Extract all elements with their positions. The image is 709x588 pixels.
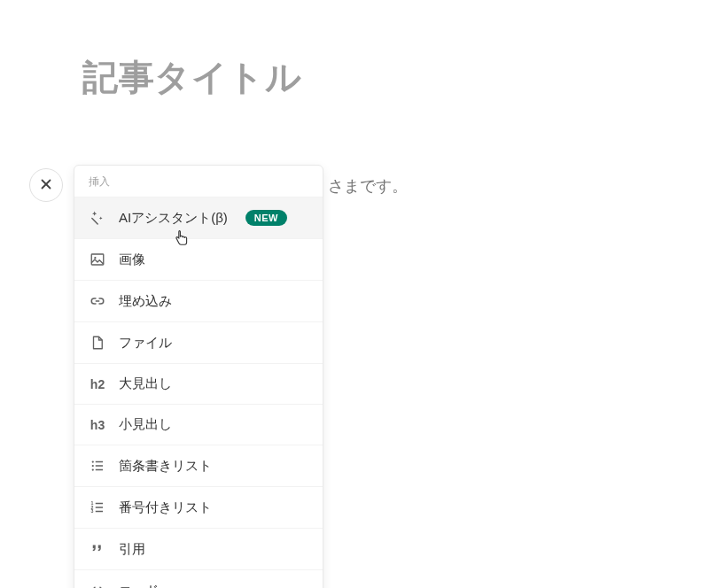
menu-item-label: 引用 <box>119 541 145 558</box>
menu-item-label: コード <box>119 583 159 589</box>
h2-icon: h2 <box>89 377 106 391</box>
svg-rect-6 <box>96 461 103 463</box>
bullet-list-icon <box>89 457 106 475</box>
svg-point-7 <box>92 465 94 467</box>
svg-rect-8 <box>96 465 103 467</box>
svg-rect-16 <box>96 511 103 513</box>
article-title-placeholder[interactable]: 記事タイトル <box>82 53 709 102</box>
menu-item-label: 画像 <box>119 251 145 268</box>
menu-item-image[interactable]: 画像 <box>74 238 323 280</box>
svg-rect-10 <box>96 469 103 471</box>
menu-item-ai-assistant[interactable]: AIアシスタント(β) NEW <box>74 197 323 238</box>
svg-rect-12 <box>96 503 103 505</box>
svg-point-4 <box>94 257 96 259</box>
insert-menu: 挿入 AIアシスタント(β) NEW 画像 <box>74 165 323 588</box>
close-icon <box>38 176 54 195</box>
svg-point-9 <box>92 468 94 470</box>
menu-item-numbered-list[interactable]: 1 2 3 番号付きリスト <box>74 486 323 528</box>
menu-item-bullet-list[interactable]: 箇条書きリスト <box>74 445 323 486</box>
svg-text:3: 3 <box>91 508 94 514</box>
menu-item-heading3[interactable]: h3 小見出し <box>74 404 323 445</box>
menu-item-code[interactable]: コード <box>74 569 323 588</box>
link-icon <box>89 292 106 310</box>
menu-item-quote[interactable]: 引用 <box>74 528 323 569</box>
svg-point-5 <box>92 460 94 462</box>
menu-item-embed[interactable]: 埋め込み <box>74 280 323 321</box>
menu-item-label: 小見出し <box>119 416 172 433</box>
svg-rect-14 <box>96 507 103 508</box>
menu-item-label: ファイル <box>119 335 172 352</box>
svg-rect-2 <box>91 218 98 225</box>
file-icon <box>89 334 106 352</box>
svg-rect-3 <box>91 254 104 265</box>
menu-item-heading2[interactable]: h2 大見出し <box>74 363 323 404</box>
wand-icon <box>89 209 106 227</box>
numbered-list-icon: 1 2 3 <box>89 499 106 516</box>
quote-icon <box>89 540 106 558</box>
image-icon <box>89 251 106 268</box>
close-button[interactable] <box>29 168 63 202</box>
code-icon <box>89 582 106 588</box>
menu-item-label: 番号付きリスト <box>119 499 212 516</box>
menu-item-label: 箇条書きリスト <box>119 458 212 475</box>
menu-header: 挿入 <box>74 166 323 197</box>
menu-item-label: 大見出し <box>119 375 172 392</box>
menu-item-label: AIアシスタント(β) <box>119 210 228 227</box>
menu-item-file[interactable]: ファイル <box>74 321 323 363</box>
editor-content-text: さまです。 <box>328 175 408 197</box>
new-badge: NEW <box>245 210 287 226</box>
h3-icon: h3 <box>89 418 106 432</box>
menu-item-label: 埋め込み <box>119 293 172 310</box>
